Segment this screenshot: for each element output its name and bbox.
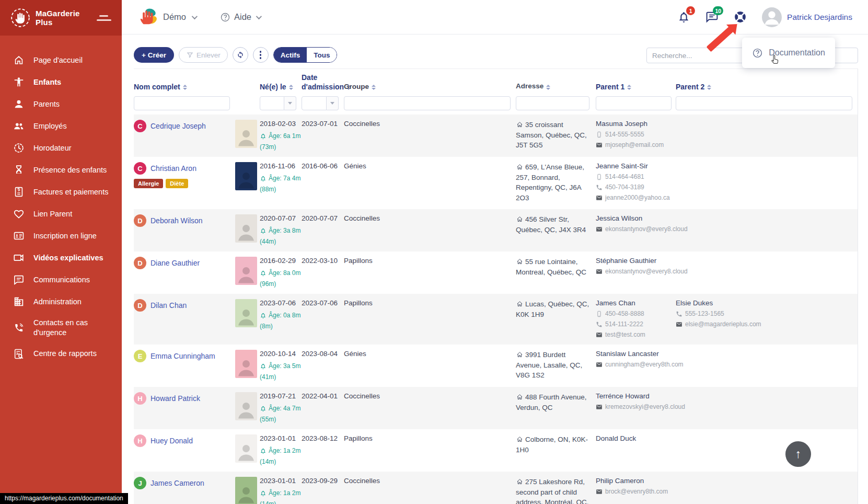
table-row[interactable]: HHuey Donald2023-01-01Âge: 1a 2m(14m)202… [134,429,858,472]
sidebar-item-accueil[interactable]: Page d'accueil [0,49,122,71]
sidebar-item-enfants[interactable]: Enfants [0,71,122,93]
child-name-link[interactable]: Deborah Wilson [151,216,203,225]
sidebar-item-factures[interactable]: Factures et paiements [0,181,122,203]
sidebar-item-label: Inscription en ligne [33,231,97,241]
table-row[interactable]: EEmma Cunningham2020-10-14Âge: 3a 5m(41m… [134,345,858,387]
house-icon [516,300,525,308]
parent-phone: 555-123-1565 [676,310,858,317]
sidebar-item-presence[interactable]: Présence des enfants [0,159,122,181]
mail-icon [596,142,603,148]
house-icon [516,121,525,129]
photo-cell [235,434,260,465]
sidebar-toggle-button[interactable] [95,13,113,23]
table-row[interactable]: DDilan Chan2023-07-06Âge: 0a 8m(8m)2023-… [134,294,858,345]
column-header-parent2[interactable]: Parent 2 [676,83,858,92]
more-options-button[interactable] [253,47,269,63]
filter-input-group[interactable] [344,96,511,110]
address-cell: 3991 Burdett Avenue, Lasalle, QC, V8G 1S… [516,350,596,381]
child-name-link[interactable]: Cedrique Joseph [151,122,206,130]
name-cell: DDeborah Wilson [134,214,235,245]
filter-input-address[interactable] [516,96,589,110]
child-name-link[interactable]: Howard Patrick [151,394,200,403]
photo-cell [235,214,260,245]
messages-icon[interactable]: 10 [705,10,719,24]
sidebar-item-label: Vidéos explicatives [33,253,103,263]
sidebar-item-label: Présence des enfants [33,165,107,175]
create-button[interactable]: + Créer [134,47,174,63]
topbar: Démo Aide 1 10 [122,0,868,35]
column-header-admission[interactable]: Date d'admission [302,73,344,91]
parent-email: ekonstantynov@every8.cloud [596,268,672,275]
filter-input-parent2[interactable] [676,96,852,110]
app-window: MaGarderie Plus Page d'accueilEnfantsPar… [0,0,868,504]
user-menu[interactable]: Patrick Desjardins [762,7,852,27]
home-icon [13,54,25,66]
child-name-link[interactable]: James Cameron [151,479,204,487]
phone-icon [596,321,603,328]
admission-cell: 2016-06-06 [302,162,344,203]
sidebar-item-communications[interactable]: Communications [0,269,122,291]
table-row[interactable]: JJames Cameron2023-01-01Âge: 1a 2m(14m)2… [134,472,858,504]
sidebar-item-contacts-urgence[interactable]: Contacts en cas d'urgence [0,313,122,343]
help-dropdown[interactable]: Aide [220,12,260,22]
table-row[interactable]: CCedrique Joseph2018-02-03Âge: 6a 1m(73m… [134,114,858,157]
column-header-birth[interactable]: Né(e) le [260,83,302,92]
birth-date: 2018-02-03 [260,120,302,128]
child-name-link[interactable]: Diane Gauthier [151,259,200,267]
admission-cell: 2020-07-07 [302,214,344,245]
age-label: Âge: 1a 2m [260,447,302,454]
filter-actifs-tab[interactable]: Actifs [274,48,307,62]
filter-cell-admission [302,96,344,110]
mail-icon [596,268,603,275]
sidebar-item-lien-parent[interactable]: Lien Parent [0,203,122,225]
filter-input-birth[interactable] [260,96,284,110]
refresh-button[interactable] [233,47,248,63]
organization-dropdown[interactable]: Démo [137,7,196,28]
sidebar-item-administration[interactable]: Administration [0,291,122,313]
table-row[interactable]: DDeborah Wilson2020-07-07Âge: 3a 8m(44m)… [134,209,858,251]
sidebar-item-horodateur[interactable]: Horodateur [0,137,122,159]
sidebar-item-inscription[interactable]: Inscription en ligne [0,225,122,247]
remove-filter-button[interactable]: Enlever [179,47,228,63]
filter-input-parent1[interactable] [596,96,672,110]
filter-input-name[interactable] [134,96,230,110]
parent-name: Stéphanie Gauthier [596,257,672,265]
scroll-to-top-button[interactable]: ↑ [785,441,811,467]
sidebar-item-videos[interactable]: Vidéos explicatives [0,247,122,269]
sidebar-item-label: Centre de rapports [33,349,97,359]
bell-icon [260,175,267,182]
child-name-link[interactable]: Emma Cunningham [151,352,215,360]
admission-cell: 2023-08-12 [302,434,344,465]
column-label: Adresse [516,81,543,91]
documentation-popup[interactable]: Documentation [742,38,835,68]
support-lifering-icon[interactable] [734,10,747,24]
table-row[interactable]: HHoward Patrick2019-07-21Âge: 4a 7m(55m)… [134,387,858,429]
column-header-address[interactable]: Adresse [516,81,596,91]
table-row[interactable]: CChristian AronAllergieDiète2016-11-06Âg… [134,157,858,209]
mail-icon [676,321,682,328]
sidebar-item-employes[interactable]: Employés [0,115,122,137]
parent-email: cunningham@every8th.com [596,361,672,368]
filter-date-dropdown-admission[interactable] [327,96,339,110]
sidebar-item-parents[interactable]: Parents [0,93,122,115]
column-header-name[interactable]: Nom complet [134,83,235,92]
filter-date-dropdown-birth[interactable] [284,96,296,110]
filter-input-admission[interactable] [302,96,327,110]
child-name-link[interactable]: Huey Donald [151,437,193,445]
child-name-link[interactable]: Dilan Chan [151,301,187,310]
group-cell: Génies [344,162,516,203]
filter-cell-name [134,96,235,110]
photo-cell [235,477,260,504]
sort-icon [289,85,293,90]
invoice-icon [13,186,25,198]
column-header-parent1[interactable]: Parent 1 [596,83,676,92]
parent-cell [676,434,858,465]
notifications-bell-icon[interactable]: 1 [677,10,690,24]
filter-tous-tab[interactable]: Tous [307,48,337,62]
column-header-group[interactable]: Groupe [344,83,516,91]
parent-name: Philip Cameron [596,477,672,485]
child-name-link[interactable]: Christian Aron [151,164,196,173]
table-row[interactable]: DDiane Gauthier2016-02-29Âge: 8a 0m(96m)… [134,251,858,294]
sidebar-item-rapports[interactable]: Centre de rapports [0,343,122,365]
toolbar: + Créer Enlever Actifs Tous [134,47,337,63]
